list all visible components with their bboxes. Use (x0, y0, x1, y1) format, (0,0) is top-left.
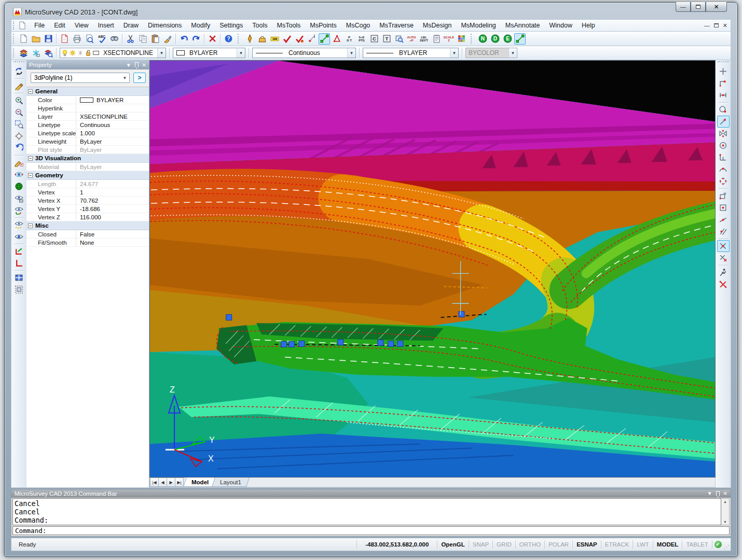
vertex-grip[interactable] (226, 315, 232, 320)
axis-ucs-button[interactable] (13, 257, 25, 269)
property-row[interactable]: Linetype scale1.000 (26, 129, 149, 137)
snap-none-button[interactable] (717, 278, 730, 290)
first-tab-button[interactable]: |◀ (150, 478, 159, 487)
view-axes-button[interactable] (13, 204, 25, 216)
scale-z-button[interactable]: SCALE Z (443, 33, 455, 45)
mdi-minimize-button[interactable]: — (704, 23, 710, 28)
vertex-grip[interactable] (281, 341, 287, 347)
status-toggle-grid[interactable]: GRID (492, 540, 515, 549)
property-value[interactable]: 1 (76, 188, 149, 196)
toolbar-drag-handle[interactable] (13, 34, 16, 44)
status-toggle-tablet[interactable]: TABLET (682, 540, 712, 549)
northing-toggle-button[interactable]: N (477, 33, 488, 45)
vertex-grip[interactable] (299, 341, 305, 346)
property-row[interactable]: Fit/SmoothNone (26, 239, 149, 247)
snap-apparent-intersection-button[interactable] (717, 252, 730, 264)
new-file-button[interactable] (18, 33, 29, 45)
menu-dimensions[interactable]: Dimensions (143, 20, 186, 31)
menu-edit[interactable]: Edit (49, 20, 70, 31)
snap-parallel-button[interactable] (717, 226, 730, 237)
label-defaults-button[interactable]: LBL DEFT (418, 33, 430, 45)
menu-mspoints[interactable]: MsPoints (305, 20, 341, 31)
auto-point-button[interactable]: AUTO +P (406, 33, 417, 45)
resize-grip[interactable] (723, 538, 731, 551)
redo-button[interactable] (190, 33, 202, 45)
snap-symmetry-button[interactable] (717, 128, 730, 139)
draw-polyline-button[interactable] (319, 33, 330, 45)
undo-button[interactable] (178, 33, 189, 45)
match-properties-button[interactable] (162, 33, 173, 45)
property-section-header[interactable]: −Misc (26, 221, 149, 230)
status-toggle-opengl[interactable]: OpenGL (437, 540, 468, 549)
verify-points-button[interactable] (281, 33, 293, 45)
command-bar-header[interactable]: MicroSurvey CAD 2013 Command Bar ▼ ✕ (11, 489, 731, 498)
command-history[interactable]: CancelCancelCommand: (12, 498, 721, 525)
sketch-grid-button[interactable] (13, 157, 25, 169)
orbit-3d-button[interactable] (13, 180, 25, 192)
layer-manager-button[interactable] (18, 47, 29, 59)
layer-combo[interactable]: XSECTIONPLINE ▼ (60, 48, 166, 58)
linetype-combo[interactable]: Continuous ▼ (252, 48, 356, 58)
snap-perpendicular-button[interactable] (717, 151, 730, 163)
print-button[interactable] (71, 33, 83, 45)
viewports-button[interactable] (13, 272, 25, 284)
vertex-grip[interactable] (388, 341, 394, 346)
menu-modify[interactable]: Modify (186, 20, 215, 31)
menu-insert[interactable]: Insert (93, 20, 119, 31)
print-setup-button[interactable] (59, 33, 70, 45)
draw-polyline-2-button[interactable] (514, 33, 526, 45)
property-section-header[interactable]: −Geometry (26, 171, 149, 180)
status-toggle-snap[interactable]: SNAP (469, 540, 492, 549)
property-value[interactable]: None (76, 239, 149, 246)
elevation-toggle-button[interactable]: E (502, 33, 513, 45)
menu-draw[interactable]: Draw (119, 20, 143, 31)
panel-menu-icon[interactable]: ▼ (707, 491, 712, 496)
layer-explore-button[interactable] (43, 47, 54, 59)
point-number-button[interactable]: 199 (269, 33, 280, 45)
point-symbols-button[interactable]: P D T (343, 33, 355, 45)
lock-icon[interactable] (85, 49, 92, 57)
status-toggle-etrack[interactable]: ETRACK (601, 540, 633, 549)
pin-icon[interactable] (135, 62, 139, 67)
property-row[interactable]: MaterialByLayer (26, 163, 149, 171)
snap-quadrant-button[interactable] (717, 175, 730, 187)
property-row[interactable]: LineweightByLayer (26, 137, 149, 146)
property-row[interactable]: Vertex X70.762 (26, 197, 149, 205)
last-tab-button[interactable]: ▶| (175, 478, 184, 487)
title-bar[interactable]: MicroSurvey CAD 2013 - [CONT.dwg] — ✕ (11, 3, 731, 19)
drawing-viewport[interactable]: Z Y X (149, 60, 716, 478)
property-value[interactable]: 1.000 (76, 129, 149, 137)
snap-nearest-line-button[interactable] (717, 214, 730, 226)
bulb-icon[interactable] (61, 49, 68, 57)
toolbar-drag-handle[interactable] (238, 34, 240, 44)
snap-center-button[interactable] (717, 104, 730, 116)
menu-settings[interactable]: Settings (215, 20, 248, 31)
property-panel-header[interactable]: Property ▼ ✕ (26, 60, 149, 69)
snap-midpoint-button[interactable] (717, 89, 730, 101)
status-toggle-lwt[interactable]: LWT (633, 540, 652, 549)
status-toggle-model[interactable]: MODEL (653, 540, 682, 549)
plumb-bob-button[interactable] (244, 33, 255, 45)
point-id-button[interactable]: i (306, 33, 318, 45)
visibility-button[interactable] (13, 231, 25, 243)
compute-c-button[interactable]: C (368, 33, 380, 45)
panel-close-icon[interactable]: ✕ (723, 491, 727, 496)
toolbar-drag-handle[interactable] (718, 61, 728, 64)
zoom-window-button[interactable] (13, 118, 25, 130)
named-views-button[interactable] (13, 284, 25, 296)
restore-button[interactable] (691, 2, 706, 12)
snap-quick-button[interactable] (717, 267, 730, 278)
toolbar-drag-handle[interactable] (13, 48, 16, 58)
toolbar-drag-handle[interactable] (13, 61, 24, 64)
property-section-header[interactable]: −General (26, 87, 149, 96)
save-button[interactable] (43, 33, 54, 45)
property-value[interactable]: ByLayer (76, 146, 149, 153)
status-toggle-ortho[interactable]: ORTHO (515, 540, 544, 549)
property-row[interactable]: LayerXSECTIONPLINE (26, 113, 149, 121)
menu-mstools[interactable]: MsTools (272, 20, 306, 31)
snap-nearest-button[interactable] (717, 116, 730, 128)
quick-select-button[interactable]: > (133, 73, 146, 83)
toolbar-drag-handle[interactable] (471, 34, 473, 44)
property-value[interactable]: -18.686 (76, 205, 149, 213)
property-value[interactable] (76, 104, 149, 112)
